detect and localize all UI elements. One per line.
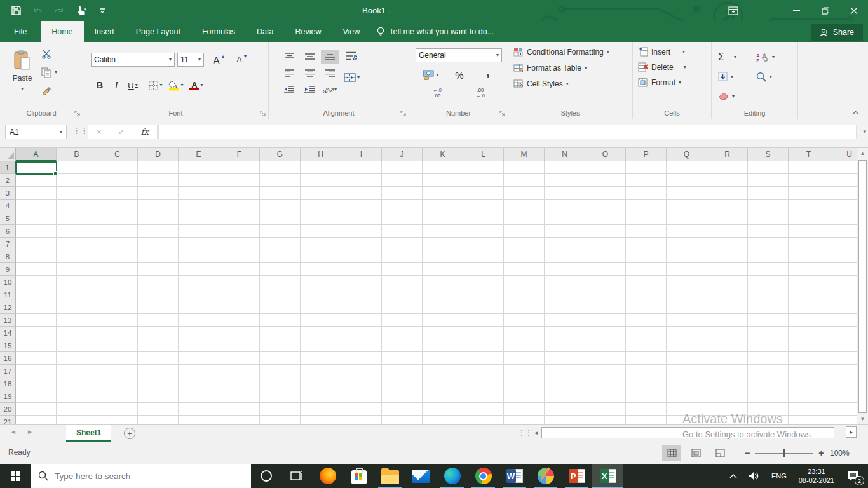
- delete-cells-button[interactable]: Delete ▾: [638, 62, 686, 72]
- search-input[interactable]: [55, 471, 220, 481]
- taskbar-app-mail[interactable]: [405, 464, 437, 488]
- align-right-button[interactable]: [321, 66, 339, 80]
- cell-styles-button[interactable]: Cell Styles ▾: [513, 79, 609, 89]
- decrease-indent-button[interactable]: [280, 83, 298, 97]
- align-left-button[interactable]: [280, 66, 298, 80]
- column-header[interactable]: K: [423, 148, 463, 161]
- normal-view-button[interactable]: [662, 445, 681, 461]
- ribbon-tab[interactable]: Page Layout: [125, 21, 191, 42]
- zoom-out-button[interactable]: −: [745, 448, 750, 458]
- wrap-text-button[interactable]: [344, 48, 360, 64]
- font-size-select[interactable]: 11 ▾: [177, 53, 204, 67]
- zoom-slider[interactable]: [755, 453, 813, 454]
- column-header[interactable]: G: [260, 148, 301, 161]
- insert-cells-button[interactable]: Insert ▾: [638, 47, 686, 57]
- row-header[interactable]: 10: [0, 276, 16, 288]
- column-header[interactable]: S: [748, 148, 789, 161]
- ribbon-tab[interactable]: Data: [246, 21, 284, 42]
- increase-indent-button[interactable]: [301, 83, 318, 97]
- share-button[interactable]: Share: [811, 24, 863, 41]
- previous-sheet-button[interactable]: ◄: [10, 428, 17, 435]
- top-align-button[interactable]: [280, 50, 298, 64]
- decrease-decimal-button[interactable]: .00→.0: [473, 85, 488, 100]
- row-header[interactable]: 2: [0, 174, 16, 187]
- conditional-formatting-button[interactable]: Conditional Formatting ▾: [513, 47, 609, 57]
- row-header[interactable]: 4: [0, 200, 16, 212]
- tell-me-box[interactable]: Tell me what you want to do...: [370, 21, 500, 42]
- tab-file[interactable]: File: [0, 21, 41, 42]
- italic-button[interactable]: I: [109, 78, 124, 93]
- bottom-align-button[interactable]: [321, 50, 339, 64]
- taskbar-app-excel[interactable]: X: [592, 464, 623, 488]
- cancel-entry-button[interactable]: ×: [97, 127, 102, 137]
- sort-filter-button[interactable]: AZ ▾: [756, 52, 794, 62]
- tab-scrollbar-divider[interactable]: ⋮⋮: [518, 428, 532, 437]
- paste-button[interactable]: Paste ▾: [8, 45, 37, 105]
- taskbar-app-powerpoint[interactable]: P: [561, 464, 592, 488]
- collapse-ribbon-button[interactable]: [852, 111, 859, 115]
- scroll-left-button[interactable]: ◄: [531, 427, 541, 438]
- clear-button[interactable]: ▾: [718, 92, 756, 100]
- fill-color-button[interactable]: ▾: [168, 78, 184, 93]
- start-button[interactable]: [0, 464, 31, 488]
- ribbon-tab[interactable]: View: [332, 21, 370, 42]
- formula-input[interactable]: [158, 125, 857, 139]
- page-layout-view-button[interactable]: [686, 445, 705, 461]
- column-header[interactable]: U: [829, 148, 857, 161]
- page-break-preview-button[interactable]: [710, 445, 729, 461]
- save-button[interactable]: [5, 3, 27, 19]
- alignment-dialog-launcher[interactable]: [400, 111, 406, 116]
- column-header[interactable]: M: [504, 148, 545, 161]
- taskbar-app-edge[interactable]: [437, 464, 468, 488]
- tray-show-hidden-icons-button[interactable]: [724, 464, 743, 488]
- vertical-scroll-thumb[interactable]: [858, 160, 867, 413]
- column-header[interactable]: T: [789, 148, 829, 161]
- column-header[interactable]: H: [301, 148, 341, 161]
- find-select-button[interactable]: ▾: [756, 72, 794, 82]
- scroll-up-button[interactable]: ▲: [857, 148, 868, 159]
- action-center-button[interactable]: 2: [841, 464, 868, 488]
- task-view-button[interactable]: [281, 464, 312, 488]
- font-name-select[interactable]: Calibri ▾: [91, 53, 175, 67]
- taskbar-app-file-explorer[interactable]: [374, 464, 405, 488]
- orientation-button[interactable]: ab ▾: [321, 83, 339, 97]
- taskbar-app-paint[interactable]: [530, 464, 561, 488]
- row-header[interactable]: 17: [0, 365, 16, 377]
- font-dialog-launcher[interactable]: [260, 111, 266, 116]
- increase-decimal-button[interactable]: ←.0.00: [430, 85, 445, 100]
- copy-button[interactable]: ▾: [41, 67, 57, 78]
- ribbon-tab[interactable]: Insert: [84, 21, 125, 42]
- row-header[interactable]: 19: [0, 390, 16, 403]
- row-header[interactable]: 12: [0, 301, 16, 314]
- column-header[interactable]: A: [16, 148, 57, 161]
- underline-button[interactable]: U▾: [125, 78, 140, 93]
- row-header[interactable]: 7: [0, 238, 16, 250]
- formula-bar-resize-handle[interactable]: ⋮⋮: [72, 126, 88, 135]
- number-dialog-launcher[interactable]: [499, 111, 505, 116]
- row-header[interactable]: 11: [0, 288, 16, 301]
- cortana-button[interactable]: [251, 464, 281, 488]
- new-sheet-button[interactable]: +: [124, 428, 135, 439]
- increase-font-size-button[interactable]: A ▲: [212, 52, 227, 67]
- row-header[interactable]: 9: [0, 263, 16, 276]
- restore-button[interactable]: [811, 0, 839, 21]
- column-header[interactable]: F: [219, 148, 260, 161]
- touch-mouse-mode-button[interactable]: ▾: [70, 3, 92, 19]
- row-header[interactable]: 8: [0, 250, 16, 263]
- row-header[interactable]: 3: [0, 187, 16, 200]
- column-header[interactable]: E: [179, 148, 219, 161]
- taskbar-app-word[interactable]: W: [499, 464, 530, 488]
- taskbar-app-microsoft-store[interactable]: [343, 464, 374, 488]
- column-header[interactable]: O: [585, 148, 626, 161]
- row-header[interactable]: 16: [0, 352, 16, 365]
- insert-function-button[interactable]: fx: [141, 127, 149, 137]
- scroll-down-button[interactable]: ▼: [857, 414, 868, 424]
- column-header[interactable]: N: [545, 148, 585, 161]
- row-header[interactable]: 1: [0, 161, 16, 174]
- column-header[interactable]: R: [707, 148, 748, 161]
- middle-align-button[interactable]: [301, 50, 318, 64]
- column-header[interactable]: B: [57, 148, 97, 161]
- column-header[interactable]: P: [626, 148, 667, 161]
- percent-style-button[interactable]: %: [452, 67, 467, 83]
- scroll-right-button[interactable]: ►: [846, 426, 857, 438]
